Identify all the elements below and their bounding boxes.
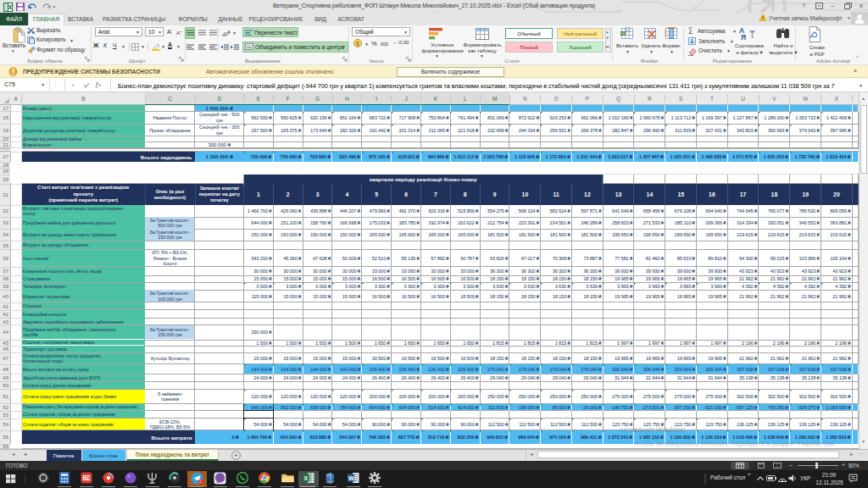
svg-text:1TM: 1TM	[83, 475, 92, 480]
svg-text:Я: Я	[741, 33, 746, 41]
svg-text:W: W	[348, 475, 354, 481]
svg-text:X: X	[304, 475, 309, 481]
